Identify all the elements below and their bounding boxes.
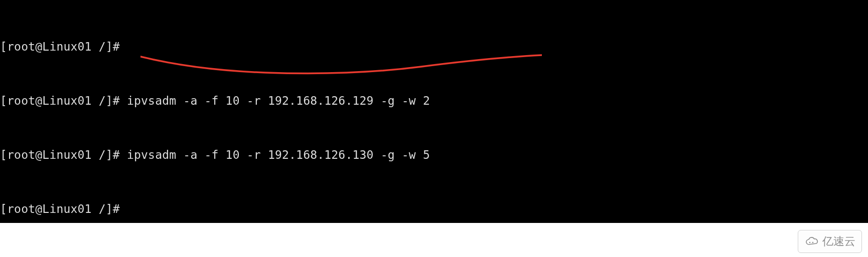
prompt-user: root <box>7 202 35 215</box>
command-text: ipvsadm -a -f 10 -r 192.168.126.129 -g -… <box>120 94 430 107</box>
prompt-close: ]# <box>106 94 120 107</box>
prompt-user: root <box>7 40 35 53</box>
prompt-dir: / <box>99 40 106 53</box>
terminal-line: [root@Linux01 /]# ipvsadm -a -f 10 -r 19… <box>0 92 868 110</box>
prompt-dir: / <box>99 148 106 161</box>
prompt-open: [ <box>0 94 7 107</box>
prompt-at: @ <box>35 148 42 161</box>
cloud-icon <box>804 236 819 246</box>
prompt-close: ]# <box>106 148 120 161</box>
terminal-line: [root@Linux01 /]# ipvsadm -a -f 10 -r 19… <box>0 146 868 164</box>
terminal-line: [root@Linux01 /]# <box>0 200 868 218</box>
prompt-open: [ <box>0 40 7 53</box>
prompt-host: Linux01 <box>42 148 91 161</box>
watermark: 亿速云 <box>798 230 862 253</box>
prompt-at: @ <box>35 202 42 215</box>
prompt-host: Linux01 <box>42 40 91 53</box>
svg-point-0 <box>809 242 811 243</box>
command-text <box>120 40 127 53</box>
prompt-space <box>92 202 99 215</box>
prompt-space <box>92 94 99 107</box>
command-text <box>120 202 127 215</box>
prompt-at: @ <box>35 94 42 107</box>
prompt-at: @ <box>35 40 42 53</box>
svg-point-1 <box>812 242 814 243</box>
prompt-open: [ <box>0 148 7 161</box>
terminal-window[interactable]: [root@Linux01 /]# [root@Linux01 /]# ipvs… <box>0 0 868 223</box>
terminal-line: [root@Linux01 /]# ipvsadm -ln <box>0 254 868 257</box>
command-text: ipvsadm -a -f 10 -r 192.168.126.130 -g -… <box>120 148 430 161</box>
prompt-close: ]# <box>106 40 120 53</box>
prompt-dir: / <box>99 202 106 215</box>
prompt-host: Linux01 <box>42 94 91 107</box>
prompt-space <box>92 148 99 161</box>
prompt-host: Linux01 <box>42 202 91 215</box>
terminal-line: [root@Linux01 /]# <box>0 38 868 56</box>
prompt-dir: / <box>99 94 106 107</box>
prompt-user: root <box>7 148 35 161</box>
prompt-user: root <box>7 94 35 107</box>
prompt-space <box>92 40 99 53</box>
watermark-text: 亿速云 <box>822 232 855 250</box>
prompt-close: ]# <box>106 202 120 215</box>
prompt-open: [ <box>0 202 7 215</box>
